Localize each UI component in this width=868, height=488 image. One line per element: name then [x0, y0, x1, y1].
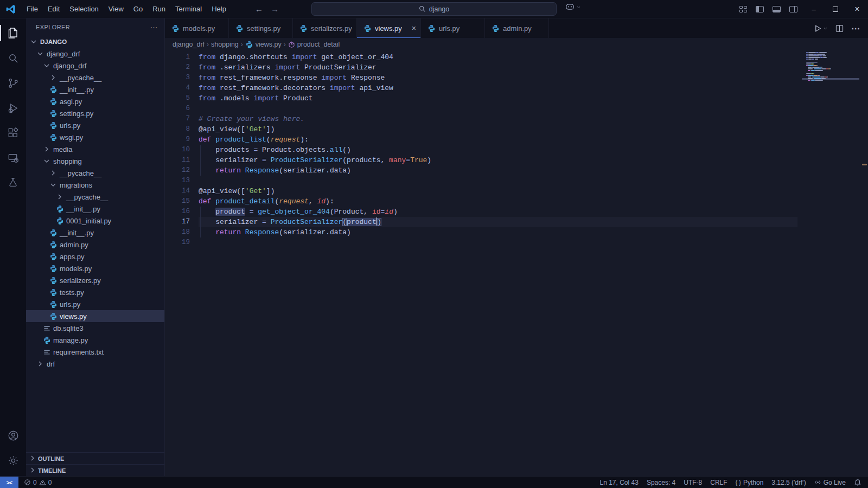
status-python[interactable]: { }Python: [736, 479, 764, 486]
line-number[interactable]: 6: [165, 104, 190, 114]
code-line[interactable]: return Response(serializer.data): [199, 227, 797, 237]
code-line[interactable]: # Create your views here.: [199, 114, 797, 124]
explorer-more-actions[interactable]: ···: [150, 24, 158, 30]
maximize-button[interactable]: [825, 0, 846, 18]
line-number[interactable]: 11: [165, 155, 190, 165]
tree-item-manage-py[interactable]: manage.py: [26, 334, 164, 346]
tree-item--init-py[interactable]: __init__.py: [26, 227, 164, 239]
line-number[interactable]: 14: [165, 186, 190, 196]
code-line[interactable]: from rest_framework.response import Resp…: [199, 73, 797, 83]
activity-extensions[interactable]: [0, 120, 26, 145]
code-line[interactable]: from .serializers import ProductSerializ…: [199, 62, 797, 73]
tree-item-django-drf[interactable]: django_drf: [26, 60, 164, 72]
code-line[interactable]: [199, 176, 797, 186]
activity-run-debug[interactable]: [0, 95, 26, 120]
menu-file[interactable]: File: [22, 3, 43, 16]
copilot-menu[interactable]: [565, 3, 581, 11]
line-number[interactable]: 19: [165, 237, 190, 248]
line-number[interactable]: 8: [165, 124, 190, 134]
activity-account[interactable]: [0, 423, 26, 448]
tab-urls-py[interactable]: urls.py×: [421, 18, 485, 38]
tree-item-django-drf[interactable]: django_drf: [26, 48, 164, 60]
line-number[interactable]: 3: [165, 73, 190, 83]
line-number[interactable]: 9: [165, 134, 190, 145]
status-ln-17-col-43[interactable]: Ln 17, Col 43: [599, 479, 638, 486]
code-line[interactable]: from .models import Product: [199, 93, 797, 104]
tree-item-apps-py[interactable]: apps.py: [26, 251, 164, 262]
menu-selection[interactable]: Selection: [65, 3, 103, 16]
status-3-12-5-drf-[interactable]: 3.12.5 ('drf'): [771, 479, 806, 486]
notifications-bell-icon[interactable]: [854, 479, 861, 486]
code-line[interactable]: [199, 237, 797, 248]
customize-layout-icon[interactable]: [739, 6, 747, 12]
tab-admin-py[interactable]: admin.py×: [485, 18, 549, 38]
code-line[interactable]: def product_detail(request, id):: [199, 196, 797, 207]
tree-item-models-py[interactable]: models.py: [26, 262, 164, 274]
status-crlf[interactable]: CRLF: [710, 479, 727, 486]
tree-item-admin-py[interactable]: admin.py: [26, 239, 164, 251]
breadcrumb-item-shopping[interactable]: shopping: [211, 41, 239, 48]
breadcrumb-item-django-drf[interactable]: django_drf: [173, 41, 205, 48]
tree-item-tests-py[interactable]: tests.py: [26, 286, 164, 298]
code-line[interactable]: serializer = ProductSerializer(product): [199, 217, 797, 227]
line-number[interactable]: 13: [165, 176, 190, 186]
code-line[interactable]: serializer = ProductSerializer(products,…: [199, 155, 797, 165]
tree-item--pycache-[interactable]: __pycache__: [26, 167, 164, 179]
tree-item-0001-initial-py[interactable]: 0001_initial.py: [26, 215, 164, 227]
tab-settings-py[interactable]: settings.py×: [229, 18, 293, 38]
menu-edit[interactable]: Edit: [43, 3, 65, 16]
back-arrow-icon[interactable]: ←: [255, 4, 263, 14]
tree-item--pycache-[interactable]: __pycache__: [26, 72, 164, 84]
activity-search[interactable]: [0, 46, 26, 70]
tree-item-wsgi-py[interactable]: wsgi.py: [26, 131, 164, 143]
command-center-search[interactable]: django: [311, 2, 557, 16]
code-line[interactable]: return Response(serializer.data): [199, 165, 797, 176]
line-number[interactable]: 2: [165, 62, 190, 73]
status-utf-8[interactable]: UTF-8: [684, 479, 702, 486]
remote-indicator[interactable]: ><: [0, 477, 18, 488]
minimap[interactable]: [805, 52, 859, 83]
tree-item--init-py[interactable]: __init__.py: [26, 84, 164, 95]
code-editor[interactable]: 12345678910111213141516171819 from djang…: [165, 51, 868, 476]
tree-item-serializers-py[interactable]: serializers.py: [26, 274, 164, 286]
toggle-primary-sidebar-icon[interactable]: [756, 6, 764, 12]
breadcrumb-item-product-detail[interactable]: product_detail: [288, 41, 340, 48]
close-button[interactable]: ×: [846, 0, 868, 18]
activity-testing[interactable]: [0, 170, 26, 195]
tab-serializers-py[interactable]: serializers.py×: [293, 18, 357, 38]
section-timeline[interactable]: TIMELINE: [26, 464, 164, 476]
tree-item-migrations[interactable]: migrations: [26, 179, 164, 191]
tree-item-db-sqlite3[interactable]: db.sqlite3: [26, 322, 164, 334]
line-number[interactable]: 12: [165, 165, 190, 176]
status-go-live[interactable]: Go Live: [814, 479, 846, 486]
split-editor-icon[interactable]: [835, 24, 844, 33]
breadcrumb-item-views-py[interactable]: views.py: [245, 41, 282, 49]
tab-views-py[interactable]: views.py×: [357, 18, 421, 38]
section-outline[interactable]: OUTLINE: [26, 452, 164, 464]
line-number[interactable]: 7: [165, 114, 190, 124]
line-number[interactable]: 4: [165, 83, 190, 93]
more-actions-icon[interactable]: ⋯: [851, 23, 860, 34]
toggle-secondary-sidebar-icon[interactable]: [789, 6, 797, 12]
code-line[interactable]: def product_list(request):: [199, 134, 797, 145]
line-number[interactable]: 17: [165, 217, 190, 227]
line-number[interactable]: 10: [165, 145, 190, 155]
code-line[interactable]: @api_view(['Get']): [199, 124, 797, 134]
tree-item-media[interactable]: media: [26, 143, 164, 155]
tree-item-shopping[interactable]: shopping: [26, 155, 164, 167]
tree-item--pycache-[interactable]: __pycache__: [26, 191, 164, 203]
tree-item-settings-py[interactable]: settings.py: [26, 107, 164, 119]
menu-view[interactable]: View: [104, 3, 129, 16]
line-number[interactable]: 15: [165, 196, 190, 207]
activity-source-control[interactable]: [0, 70, 26, 95]
tree-item-asgi-py[interactable]: asgi.py: [26, 95, 164, 107]
minimize-button[interactable]: –: [803, 0, 825, 18]
tree-item-drf[interactable]: drf: [26, 358, 164, 370]
line-number[interactable]: 5: [165, 93, 190, 104]
line-number[interactable]: 16: [165, 207, 190, 217]
line-number[interactable]: 18: [165, 227, 190, 237]
code-line[interactable]: products = Product.objects.all(): [199, 145, 797, 155]
problems-status[interactable]: 0 0: [24, 479, 52, 486]
menu-terminal[interactable]: Terminal: [170, 3, 207, 16]
line-number[interactable]: 1: [165, 52, 190, 62]
